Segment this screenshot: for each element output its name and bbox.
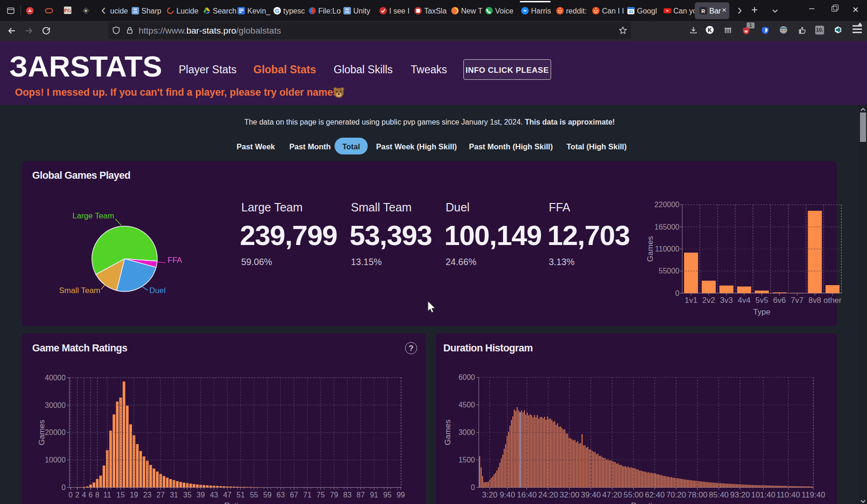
svg-text:30000: 30000 bbox=[45, 401, 66, 409]
svg-text:0: 0 bbox=[69, 491, 73, 499]
svg-text:5v5: 5v5 bbox=[755, 296, 768, 305]
svg-text:35: 35 bbox=[183, 491, 192, 499]
svg-text:3000: 3000 bbox=[458, 428, 475, 436]
svg-text:Games: Games bbox=[37, 420, 46, 446]
svg-text:70:20: 70:20 bbox=[666, 490, 686, 499]
svg-text:220000: 220000 bbox=[655, 201, 679, 209]
svg-text:91: 91 bbox=[370, 491, 378, 499]
svg-text:7v7: 7v7 bbox=[791, 296, 804, 305]
svg-text:3:20: 3:20 bbox=[482, 490, 497, 499]
svg-text:6v6: 6v6 bbox=[773, 296, 786, 305]
svg-text:99: 99 bbox=[397, 491, 405, 499]
svg-text:55000: 55000 bbox=[659, 267, 680, 275]
svg-text:101:40: 101:40 bbox=[751, 490, 776, 499]
svg-text:32:00: 32:00 bbox=[559, 490, 580, 499]
svg-text:Small Team: Small Team bbox=[59, 286, 101, 295]
svg-text:9:40: 9:40 bbox=[500, 490, 515, 499]
svg-text:62:40: 62:40 bbox=[645, 490, 665, 499]
svg-text:3v3: 3v3 bbox=[720, 296, 733, 305]
svg-text:0: 0 bbox=[471, 483, 475, 491]
svg-text:55: 55 bbox=[250, 491, 258, 499]
svg-text:15: 15 bbox=[117, 491, 125, 499]
svg-text:67: 67 bbox=[290, 491, 298, 499]
svg-text:119:40: 119:40 bbox=[802, 490, 825, 499]
svg-text:0: 0 bbox=[675, 289, 679, 297]
svg-text:Games: Games bbox=[646, 236, 655, 262]
svg-text:110:40: 110:40 bbox=[776, 490, 800, 499]
svg-text:93:20: 93:20 bbox=[730, 490, 750, 499]
svg-text:55:00: 55:00 bbox=[623, 490, 643, 499]
svg-text:59: 59 bbox=[263, 491, 272, 499]
svg-text:8: 8 bbox=[95, 491, 99, 499]
svg-text:31: 31 bbox=[170, 491, 178, 499]
svg-text:87: 87 bbox=[357, 491, 365, 499]
svg-text:39: 39 bbox=[196, 491, 205, 499]
svg-text:63: 63 bbox=[277, 491, 285, 499]
svg-text:16:40: 16:40 bbox=[517, 490, 537, 499]
svg-text:19: 19 bbox=[130, 491, 138, 499]
svg-text:79: 79 bbox=[330, 491, 338, 499]
svg-text:2v2: 2v2 bbox=[702, 296, 715, 305]
svg-text:75: 75 bbox=[316, 491, 325, 499]
svg-text:23: 23 bbox=[143, 491, 152, 499]
svg-text:110000: 110000 bbox=[655, 245, 679, 253]
svg-text:Duration: Duration bbox=[631, 501, 661, 504]
svg-text:20000: 20000 bbox=[45, 428, 66, 436]
svg-text:8v8: 8v8 bbox=[808, 296, 821, 305]
svg-text:10000: 10000 bbox=[45, 456, 66, 464]
svg-text:43: 43 bbox=[210, 491, 218, 499]
svg-text:1v1: 1v1 bbox=[685, 296, 697, 305]
svg-text:83: 83 bbox=[343, 491, 352, 499]
svg-text:Type: Type bbox=[753, 308, 770, 316]
svg-text:51: 51 bbox=[237, 491, 245, 499]
svg-text:6000: 6000 bbox=[458, 373, 475, 381]
svg-text:47:20: 47:20 bbox=[602, 490, 622, 499]
svg-text:11: 11 bbox=[104, 491, 112, 499]
svg-text:Large Team: Large Team bbox=[72, 211, 114, 220]
svg-text:95: 95 bbox=[383, 491, 392, 499]
svg-text:78:00: 78:00 bbox=[687, 490, 707, 499]
svg-text:4500: 4500 bbox=[458, 401, 475, 409]
svg-text:FFA: FFA bbox=[168, 256, 182, 265]
svg-text:4v4: 4v4 bbox=[738, 296, 750, 305]
svg-text:165000: 165000 bbox=[655, 223, 679, 231]
svg-text:47: 47 bbox=[223, 491, 231, 499]
svg-text:2: 2 bbox=[75, 491, 79, 499]
svg-text:40000: 40000 bbox=[45, 374, 66, 382]
svg-text:71: 71 bbox=[303, 491, 312, 499]
svg-text:85:40: 85:40 bbox=[709, 490, 729, 499]
svg-text:24:20: 24:20 bbox=[538, 490, 558, 499]
svg-text:Rating: Rating bbox=[224, 501, 247, 504]
svg-text:4: 4 bbox=[82, 491, 86, 499]
svg-text:27: 27 bbox=[156, 491, 165, 499]
svg-text:6: 6 bbox=[89, 491, 93, 499]
svg-text:39:40: 39:40 bbox=[581, 490, 601, 499]
svg-text:Duel: Duel bbox=[149, 286, 166, 295]
svg-text:0: 0 bbox=[62, 483, 66, 491]
svg-text:Games: Games bbox=[443, 420, 452, 445]
svg-text:1500: 1500 bbox=[458, 456, 475, 464]
svg-text:other: other bbox=[824, 296, 842, 305]
